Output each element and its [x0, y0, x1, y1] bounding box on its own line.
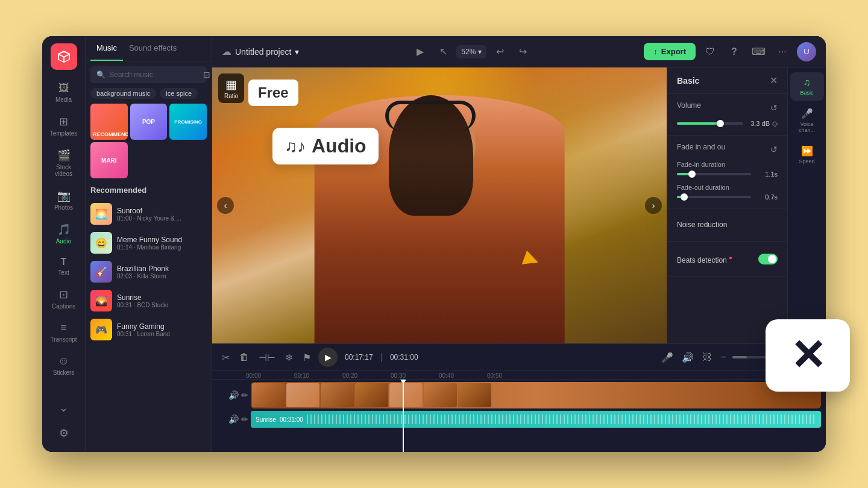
- sidebar-item-photos-label: Photos: [54, 204, 73, 211]
- genre-card-mari[interactable]: MARI: [90, 142, 128, 178]
- free-badge: Free: [248, 80, 298, 106]
- video-track-bar: [251, 382, 821, 408]
- audio-track-row: 🔊 ✏ Sunrise 00:31:00: [217, 411, 821, 428]
- timeline-play-button[interactable]: ▶: [318, 348, 338, 367]
- song-name-funny: Funny Gaming: [117, 322, 207, 331]
- ruler-mark-1: 00:10: [294, 372, 342, 379]
- logo-button[interactable]: [51, 43, 77, 70]
- preview-next-button[interactable]: ›: [645, 197, 662, 214]
- tab-voice-change[interactable]: 🎤 Voice chan...: [790, 103, 824, 138]
- video-edit-icon[interactable]: ✏: [241, 390, 248, 400]
- sidebar-item-photos[interactable]: 📷 Photos: [46, 184, 82, 216]
- genre-card-pop[interactable]: POP: [130, 104, 168, 140]
- song-info-meme: Meme Funny Sound 01:14 · Manhoa Bintang: [117, 236, 207, 251]
- video-volume-icon[interactable]: 🔊: [228, 390, 239, 400]
- sidebar-item-templates[interactable]: ⊞ Templates: [46, 110, 82, 142]
- voice-tab-label: Voice chan...: [794, 121, 820, 133]
- tab-speed[interactable]: ⏩ Speed: [790, 140, 824, 169]
- audio-track-content[interactable]: Sunrise 00:31:00: [251, 411, 821, 428]
- close-panel-button[interactable]: ✕: [770, 75, 778, 86]
- ratio-button[interactable]: ▦ Ratio: [218, 74, 244, 103]
- volume-thumb[interactable]: [717, 120, 724, 127]
- trim-button[interactable]: ✂: [219, 349, 232, 366]
- fade-in-label: Fade-in duration: [677, 161, 778, 168]
- sidebar-item-captions[interactable]: ⊡ Captions: [46, 283, 82, 314]
- song-item-brazillian[interactable]: 🎸 Brazillian Phonk 02:03 · Killa Storm: [86, 257, 212, 286]
- search-input[interactable]: [109, 70, 200, 79]
- ratio-icon: ▦: [225, 77, 237, 92]
- project-name-control[interactable]: ☁ Untitled project ▾: [222, 46, 299, 57]
- sidebar-item-transcript[interactable]: ≡ Transcript: [46, 317, 82, 348]
- volume-diamond-icon[interactable]: ◇: [772, 119, 778, 128]
- volume-reset-button[interactable]: ↺: [770, 103, 778, 113]
- video-thumb-4: [355, 383, 388, 407]
- volume-label: Volume: [677, 101, 701, 110]
- audio-volume-icon[interactable]: 🔊: [228, 414, 239, 424]
- preview-prev-button[interactable]: ‹: [217, 197, 234, 214]
- undo-button[interactable]: ↩: [490, 42, 509, 61]
- sidebar-item-audio[interactable]: 🎵 Audio: [46, 218, 82, 249]
- voice-tab-icon: 🎤: [801, 108, 813, 119]
- song-item-sunroof[interactable]: 🌅 Sunroof 01:00 · Nicky Youre & ...: [86, 199, 212, 228]
- tab-sound-effects[interactable]: Sound effects: [123, 36, 183, 61]
- keyboard-button[interactable]: ⌨: [749, 42, 768, 61]
- cursor-tool-button[interactable]: ↖: [433, 42, 453, 61]
- play-button[interactable]: ▶: [410, 42, 430, 61]
- redo-button[interactable]: ↪: [513, 42, 532, 61]
- video-thumb-1: [252, 383, 285, 407]
- beats-detection-badge: ●: [729, 254, 732, 261]
- song-item-sunrise[interactable]: 🌄 Sunrise 00:31 · BCD Studio: [86, 286, 212, 315]
- sidebar-item-stickers-label: Stickers: [53, 369, 75, 376]
- split-button[interactable]: ⊣⊢: [256, 349, 278, 366]
- zoom-out-button[interactable]: −: [718, 349, 728, 365]
- mic-button[interactable]: 🎤: [659, 349, 676, 366]
- song-meta-sunrise: 00:31 · BCD Studio: [117, 302, 207, 308]
- sidebar-item-stickers[interactable]: ☺ Stickers: [46, 350, 82, 381]
- zoom-control[interactable]: 52% ▾: [456, 45, 486, 58]
- sidebar-item-text[interactable]: T Text: [46, 252, 82, 281]
- fade-in-slider[interactable]: [677, 173, 751, 175]
- volume-slider[interactable]: [677, 122, 743, 125]
- tag-ice-spice[interactable]: ice spice: [160, 88, 198, 99]
- tab-music[interactable]: Music: [90, 36, 123, 61]
- volume-section: Volume ↺ 3.3 dB ◇: [667, 94, 787, 136]
- zoom-slider[interactable]: [732, 356, 769, 358]
- song-item-funny-gaming[interactable]: 🎮 Funny Gaming 00:31 · Lorem Band: [86, 315, 212, 344]
- sidebar-item-captions-label: Captions: [52, 303, 75, 310]
- beats-detection-toggle[interactable]: [758, 254, 778, 264]
- genre-card-recommend[interactable]: RECOMMEND: [90, 104, 128, 140]
- voiceover-button[interactable]: 🔊: [679, 349, 696, 366]
- genre-card-promising[interactable]: PROMISING: [169, 104, 207, 140]
- fade-in-thumb[interactable]: [688, 170, 696, 178]
- sidebar-collapse-button[interactable]: ⌄: [46, 396, 82, 419]
- ruler-mark-5: 00:50: [487, 372, 535, 379]
- flag-button[interactable]: ⚑: [300, 349, 313, 366]
- audio-edit-icon[interactable]: ✏: [241, 414, 248, 424]
- link-button[interactable]: ⛓: [700, 349, 714, 365]
- beats-detection-label: Beats detection ●: [677, 254, 732, 264]
- beats-detection-section: Beats detection ●: [667, 242, 787, 277]
- user-avatar[interactable]: U: [797, 42, 816, 61]
- fade-out-value: 0.7s: [756, 193, 778, 201]
- audio-icon: 🎵: [57, 223, 71, 236]
- video-track-content[interactable]: [251, 382, 821, 408]
- shield-button[interactable]: 🛡: [700, 42, 720, 61]
- more-button[interactable]: ···: [773, 42, 792, 61]
- fade-out-slider[interactable]: [677, 196, 751, 198]
- fade-out-thumb[interactable]: [681, 193, 688, 201]
- filter-button[interactable]: ⊟: [203, 70, 210, 80]
- song-item-meme-funny[interactable]: 😄 Meme Funny Sound 01:14 · Manhoa Bintan…: [86, 228, 212, 257]
- sidebar-item-media[interactable]: 🖼 Media: [46, 77, 82, 108]
- export-button[interactable]: ↑ Export: [644, 43, 696, 60]
- sidebar-settings-button[interactable]: ⚙: [46, 422, 82, 445]
- sidebar-item-media-label: Media: [55, 96, 72, 103]
- freeze-button[interactable]: ❄: [283, 349, 295, 366]
- sidebar-item-stock-videos[interactable]: 🎬 Stock videos: [46, 144, 82, 182]
- delete-button[interactable]: 🗑: [237, 349, 251, 365]
- tab-basic[interactable]: ♫ Basic: [790, 72, 824, 101]
- audio-tooltip-label: Audio: [312, 135, 366, 157]
- fade-reset-button[interactable]: ↺: [770, 145, 778, 154]
- tag-background-music[interactable]: background music: [90, 88, 156, 99]
- help-button[interactable]: ?: [725, 42, 744, 61]
- noise-reduction-row: Noise reduction: [677, 216, 778, 234]
